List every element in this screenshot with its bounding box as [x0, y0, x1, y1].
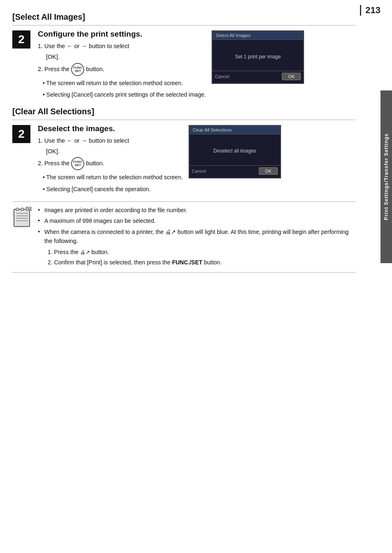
- step-badge-1: 2: [12, 30, 30, 49]
- clear-all-selections-section: [Clear All Selections] 2 Deselect the im…: [12, 107, 355, 194]
- arrow-left-icon-1: ←: [67, 43, 73, 49]
- arrow-left-icon-2: ←: [67, 137, 73, 144]
- note-3: When the camera is connected to a printe…: [38, 228, 355, 246]
- sidebar-tab: Print Settings/Transfer Settings: [380, 90, 392, 263]
- notes-icon: [12, 207, 32, 228]
- arrow-right-icon-1: →: [81, 43, 88, 49]
- notes-content: Images are printed in order according to…: [38, 206, 355, 268]
- arrow-right-icon-2: →: [81, 137, 88, 144]
- select-all-step-title: Configure the print settings.: [38, 30, 206, 39]
- sidebar-tab-label: Print Settings/Transfer Settings: [383, 133, 389, 220]
- section-divider-1: [12, 25, 355, 25]
- clear-all-instruction-1: 1. Use the ← or → button to select: [38, 137, 183, 146]
- select-all-cancel-label: Cancel: [215, 74, 279, 79]
- clear-all-screen-body: Deselect all images: [189, 134, 280, 165]
- func-set-button-icon-2: FUNCSET: [71, 157, 84, 170]
- clear-all-cancel-label: Cancel: [192, 169, 256, 174]
- clear-all-screen-footer: Cancel OK: [189, 165, 280, 176]
- page-number: 213: [360, 5, 380, 16]
- clear-all-step-screen: Deselect the images. 1. Use the ← or → b…: [38, 124, 281, 194]
- func-set-button-icon-1: FUNCSET: [71, 63, 84, 76]
- select-all-ok-label: OK: [282, 73, 301, 80]
- select-all-screen-body: Set 1 print per image: [212, 40, 303, 71]
- select-all-step-content: Configure the print settings. 1. Use the…: [38, 30, 206, 99]
- clear-all-screen: Clear All Selections Deselect all images…: [189, 125, 281, 178]
- select-all-step-row: 2 Configure the print settings. 1. Use t…: [12, 30, 355, 99]
- clear-all-instruction-1-ok: [OK].: [38, 147, 183, 156]
- notes-section: Images are printed in order according to…: [12, 201, 355, 273]
- select-all-step-screen: Configure the print settings. 1. Use the…: [38, 30, 304, 99]
- clear-all-step-row: 2 Deselect the images. 1. Use the ← or →…: [12, 124, 355, 194]
- select-all-screen-footer: Cancel OK: [212, 71, 303, 82]
- note-1: Images are printed in order according to…: [38, 206, 355, 215]
- select-all-instruction-2: 2. Press the FUNCSET button.: [38, 63, 206, 76]
- print-icon: 🖨↗: [165, 229, 176, 236]
- select-all-bullet-1: The screen will return to the selection …: [38, 79, 206, 88]
- clear-all-selections-heading: [Clear All Selections]: [12, 107, 355, 116]
- select-all-bullet-2: Selecting [Cancel] cancels print setting…: [38, 90, 206, 99]
- print-icon-2: 🖨↗: [80, 249, 90, 255]
- clear-all-ok-label: OK: [259, 167, 278, 175]
- clear-all-step-title: Deselect the images.: [38, 124, 183, 133]
- select-all-screen-title: Select All Images: [212, 31, 303, 40]
- clear-all-screen-title: Clear All Selections: [189, 126, 280, 134]
- select-all-instruction-1: 1. Use the ← or → button to select: [38, 42, 206, 51]
- clear-all-instruction-2: 2. Press the FUNCSET button.: [38, 157, 183, 170]
- section-divider-2: [12, 120, 355, 120]
- main-content: [Select All Images] 2 Configure the prin…: [0, 0, 378, 281]
- clear-all-step-content: Deselect the images. 1. Use the ← or → b…: [38, 124, 183, 194]
- svg-rect-0: [14, 209, 30, 227]
- clear-all-bullet-2: Selecting [Cancel] cancels the operation…: [38, 185, 183, 194]
- select-all-images-heading: [Select All Images]: [12, 12, 355, 22]
- svg-point-5: [16, 208, 18, 211]
- select-all-screen: Select All Images Set 1 print per image …: [212, 30, 304, 84]
- step-badge-2: 2: [12, 125, 30, 143]
- note-sub-2: 2. Confirm that [Print] is selected, the…: [38, 258, 355, 267]
- note-2: A maximum of 998 images can be selected.: [38, 217, 355, 226]
- func-set-text: FUNC./SET: [172, 259, 203, 266]
- select-all-images-section: [Select All Images] 2 Configure the prin…: [12, 12, 355, 99]
- note-sub-1: 1. Press the 🖨↗ button.: [38, 248, 355, 257]
- svg-point-6: [21, 208, 23, 211]
- select-all-instruction-1-ok: [OK].: [38, 53, 206, 62]
- clear-all-bullet-1: The screen will return to the selection …: [38, 173, 183, 182]
